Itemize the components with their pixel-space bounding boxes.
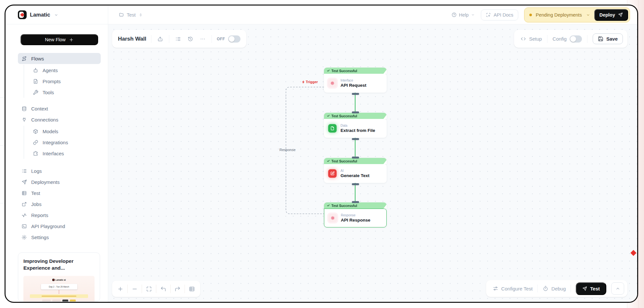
sidebar-item-settings[interactable]: Settings	[18, 232, 101, 243]
promo-card[interactable]: Improving Developer Experience and... La…	[18, 252, 100, 302]
bolt-icon	[302, 80, 305, 84]
brand-name: Lamatic	[30, 12, 50, 18]
folder-icon	[119, 12, 124, 18]
flow-node-api-request[interactable]: Test Successful Interface API Request	[324, 68, 387, 93]
flow-canvas[interactable]: Trigger Response Test Successful Interfa…	[108, 24, 637, 302]
undo-button[interactable]	[156, 281, 170, 297]
code-scan-icon	[486, 12, 491, 18]
sidebar-item-label: API Playground	[31, 224, 65, 229]
sidebar-item-label: Models	[43, 129, 58, 134]
ellipsis-icon[interactable]	[199, 35, 207, 43]
sidebar-item-logs[interactable]: Logs	[18, 165, 101, 176]
sidebar-item-label: Tools	[43, 90, 54, 95]
fit-view-button[interactable]	[142, 281, 156, 297]
sidebar-item-label: Test	[31, 190, 40, 196]
chevron-down-icon	[471, 13, 475, 17]
sidebar-item-api-playground[interactable]: API Playground	[18, 221, 101, 232]
node-title: Extract from File	[341, 128, 375, 133]
route-icon	[21, 56, 27, 61]
sidebar-item-context[interactable]: Context	[18, 103, 101, 114]
flow-enabled-toggle[interactable]	[228, 35, 240, 43]
flow-node-generate-text[interactable]: Test Successful AI Generate Text	[324, 158, 387, 183]
sidebar: New Flow Flows Agents Prompts	[6, 24, 108, 302]
chevron-up-icon	[615, 286, 620, 291]
setup-button[interactable]: Setup	[521, 36, 542, 42]
zoom-in-button[interactable]	[113, 281, 127, 297]
sidebar-item-label: Prompts	[43, 79, 61, 84]
save-button[interactable]: Save	[593, 33, 623, 44]
zoom-out-button[interactable]	[128, 281, 142, 297]
history-icon[interactable]	[187, 35, 194, 43]
sidebar-item-integrations[interactable]: Integrations	[29, 137, 101, 148]
sidebar-item-label: Flows	[31, 56, 44, 61]
flow-node-api-response[interactable]: Test Successful Response API Response	[324, 202, 387, 227]
sidebar-item-tools[interactable]: Tools	[29, 87, 101, 98]
send-icon	[618, 12, 623, 17]
flow-node-extract-from-file[interactable]: Test Successful Data Extract from File	[324, 113, 387, 138]
node-output-handle[interactable]	[352, 93, 359, 95]
sidebar-item-label: Integrations	[43, 140, 68, 145]
sidebar-item-interfaces[interactable]: Interfaces	[29, 148, 101, 159]
send-icon	[582, 286, 587, 291]
promo-title: Improving Developer Experience and...	[23, 258, 95, 272]
node-output-handle[interactable]	[352, 183, 359, 185]
chevron-down-icon[interactable]	[586, 13, 590, 17]
sidebar-item-flows[interactable]: Flows	[18, 53, 101, 64]
help-menu[interactable]: Help	[451, 12, 475, 18]
topbar-actions: Help API Docs Pending Deployments Deploy	[451, 6, 637, 24]
api-docs-button[interactable]: API Docs	[481, 9, 518, 20]
deploy-label: Deploy	[599, 12, 615, 18]
gear-icon	[21, 234, 27, 240]
node-output-handle[interactable]	[352, 138, 359, 140]
promo-dashed-line	[59, 290, 59, 294]
pending-dot-icon	[529, 14, 532, 16]
workspace-switcher[interactable]: Lamatic	[6, 6, 108, 24]
node-category: Data	[341, 124, 375, 127]
flow-header-card: Harsh Wall OFF	[112, 30, 246, 48]
terminal-icon	[21, 223, 27, 229]
database-icon	[21, 106, 27, 111]
table-view-button[interactable]	[185, 281, 199, 297]
node-title: API Request	[341, 83, 367, 88]
response-gear-icon	[328, 214, 337, 222]
node-input-handle[interactable]	[352, 111, 359, 113]
sidebar-item-label: Jobs	[31, 201, 42, 207]
deploy-button[interactable]: Deploy	[594, 9, 628, 21]
debug-button[interactable]: Debug	[543, 286, 566, 291]
breadcrumb[interactable]: Test	[119, 6, 143, 24]
sidebar-item-reports[interactable]: Reports	[18, 210, 101, 221]
list-icon[interactable]	[174, 35, 182, 43]
api-docs-label: API Docs	[494, 12, 513, 18]
wrench-icon	[32, 89, 38, 95]
help-label: Help	[459, 12, 469, 18]
check-icon	[327, 204, 330, 207]
sidebar-item-test[interactable]: Test	[18, 187, 101, 199]
share-icon[interactable]	[156, 35, 164, 43]
test-button[interactable]: Test	[576, 282, 606, 295]
check-icon	[327, 160, 330, 162]
flow-title: Harsh Wall	[118, 36, 146, 42]
sidebar-item-prompts[interactable]: Prompts	[29, 76, 101, 87]
collapse-panel-button[interactable]	[611, 282, 624, 295]
redo-button[interactable]	[171, 281, 185, 297]
sidebar-item-label: Deployments	[31, 179, 60, 185]
configure-test-button[interactable]: Configure Test	[493, 286, 533, 291]
sliders-icon	[493, 286, 498, 291]
file-text-icon	[32, 78, 38, 84]
sidebar-item-jobs[interactable]: Jobs	[18, 199, 101, 210]
sidebar-item-label: Reports	[31, 212, 48, 218]
list-icon	[21, 168, 27, 174]
node-category: AI	[341, 169, 369, 173]
node-input-handle[interactable]	[352, 157, 359, 159]
code-icon	[521, 36, 526, 42]
node-status-badge: Test Successful	[324, 158, 387, 164]
new-flow-button[interactable]: New Flow	[20, 34, 98, 45]
node-input-handle[interactable]	[352, 201, 359, 203]
pending-deployments-label[interactable]: Pending Deployments	[536, 12, 582, 18]
connections-subgroup: Models Integrations Interfaces	[24, 126, 101, 159]
sidebar-item-models[interactable]: Models	[29, 126, 101, 137]
sidebar-item-deployments[interactable]: Deployments	[18, 176, 101, 187]
sidebar-item-connections[interactable]: Connections	[18, 114, 101, 125]
sidebar-item-agents[interactable]: Agents	[29, 65, 101, 76]
config-toggle[interactable]	[570, 35, 582, 43]
